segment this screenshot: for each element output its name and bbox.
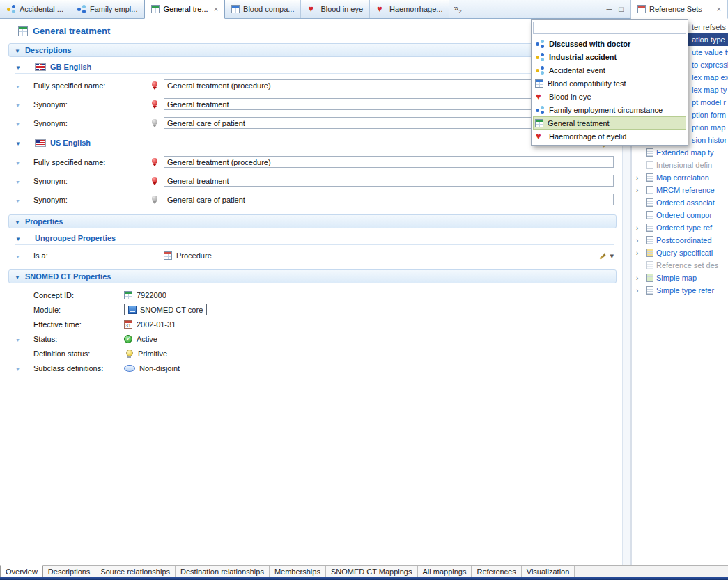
twistie-icon[interactable] <box>15 81 33 90</box>
view-controls: ─ □ <box>607 0 630 18</box>
popup-item[interactable]: Discussed with doctor <box>533 37 686 50</box>
twistie-icon[interactable] <box>15 158 33 166</box>
twistie-icon[interactable] <box>15 177 33 185</box>
refset-item[interactable]: Simple type refer <box>632 284 728 297</box>
close-icon[interactable]: × <box>717 5 721 13</box>
tab-general-treatment[interactable]: General tre... × <box>144 0 225 19</box>
tab-accidental[interactable]: Accidental ... <box>0 0 70 18</box>
minimize-icon[interactable]: ─ <box>607 5 612 13</box>
twistie-icon[interactable] <box>15 251 33 260</box>
tab-family-employment[interactable]: Family empl... <box>70 0 144 18</box>
tab-references[interactable]: References <box>472 566 521 577</box>
refset-item[interactable]: Simple map <box>632 272 728 284</box>
refset-item[interactable]: Postcoordinated <box>632 234 728 246</box>
refset-item[interactable]: Query specificati <box>632 246 728 259</box>
maximize-icon[interactable]: □ <box>619 5 624 13</box>
twistie-icon[interactable] <box>15 196 33 204</box>
tab-visualization[interactable]: Visualization <box>522 566 575 577</box>
popup-item-selected[interactable]: General treatment <box>533 116 686 130</box>
heart-icon <box>376 4 386 14</box>
tab-snomed-ct-mappings[interactable]: SNOMED CT Mappings <box>326 566 418 577</box>
concept-dots-icon <box>535 65 545 75</box>
popup-item[interactable]: Blood compatibility test <box>533 77 686 90</box>
close-icon[interactable]: × <box>214 5 218 13</box>
collapse-icon[interactable] <box>15 217 20 226</box>
tab-overflow-chevron[interactable]: »2 <box>449 3 465 15</box>
description-input[interactable] <box>164 194 614 205</box>
refset-item[interactable]: MRCM reference <box>632 184 728 196</box>
popup-item[interactable]: Family employment circumstance <box>533 103 686 116</box>
expand-chevron-icon[interactable] <box>636 187 644 194</box>
refset-item[interactable]: Extended map ty <box>632 146 728 159</box>
tab-reference-sets[interactable]: Reference Sets × <box>631 0 728 19</box>
subsection-gb-english[interactable]: GB English <box>15 63 614 74</box>
tab-overview[interactable]: Overview <box>0 565 43 577</box>
twistie-icon[interactable] <box>15 335 33 343</box>
refset-item[interactable]: Map correlation <box>632 171 728 184</box>
concept-picker-popup: Discussed with doctor Industrial acciden… <box>531 19 688 146</box>
popup-item[interactable]: Industrial accident <box>533 50 686 63</box>
expand-chevron-icon[interactable] <box>636 287 644 295</box>
collapse-icon[interactable] <box>15 46 20 54</box>
description-type-label: Synonym: <box>33 100 150 109</box>
tab-all-mappings[interactable]: All mappings <box>418 566 472 577</box>
refsets-tab-folder: Reference Sets × <box>630 0 728 19</box>
refset-item[interactable]: Ordered type ref <box>632 221 728 234</box>
collapse-icon[interactable] <box>15 234 31 242</box>
expand-chevron-icon[interactable] <box>636 274 644 282</box>
collapse-icon[interactable] <box>15 139 31 147</box>
concept-table-icon <box>124 291 132 299</box>
subsection-us-english[interactable]: US English <box>15 138 614 150</box>
edit-relationship-control[interactable]: ▾ <box>598 251 614 260</box>
property-row-effective-time: Effective time: 2002-01-31 <box>15 317 614 331</box>
collapse-icon[interactable] <box>15 63 31 71</box>
tab-descriptions[interactable]: Descriptions <box>43 566 96 577</box>
reference-sets-icon <box>637 5 646 13</box>
property-row-subclass-definitions: Subclass definitions: Non-disjoint <box>15 361 614 375</box>
refset-page-icon <box>646 173 653 182</box>
expand-chevron-icon[interactable] <box>636 237 644 244</box>
tab-blood-in-eye[interactable]: Blood in eye <box>301 0 370 18</box>
tab-memberships[interactable]: Memberships <box>270 566 326 577</box>
tab-source-relationships[interactable]: Source relationships <box>95 566 176 577</box>
section-snomed-properties[interactable]: SNOMED CT Properties <box>8 269 617 283</box>
expand-chevron-icon[interactable] <box>636 249 644 257</box>
description-input[interactable] <box>164 156 614 168</box>
concept-table-icon <box>151 5 160 13</box>
tab-label: Blood compa... <box>243 5 294 13</box>
description-input[interactable] <box>164 175 614 187</box>
refset-item[interactable]: Ordered compor <box>632 209 728 221</box>
concept-dots-icon <box>535 105 545 115</box>
subsection-ungrouped-properties[interactable]: Ungrouped Properties <box>15 234 614 245</box>
active-status-icon <box>124 335 132 343</box>
module-value-box[interactable]: SNOMED CT core <box>124 304 207 315</box>
tab-label: Reference Sets <box>649 5 702 13</box>
concept-dots-icon <box>535 52 545 62</box>
popup-item[interactable]: Accidental event <box>533 63 686 77</box>
refset-page-icon <box>646 286 653 295</box>
twistie-icon[interactable] <box>15 119 33 127</box>
edit-pencil-icon[interactable] <box>598 251 607 260</box>
concept-title-text: General treatment <box>33 26 110 36</box>
refset-item[interactable]: Ordered associat <box>632 196 728 209</box>
heart-icon <box>535 92 545 102</box>
section-properties[interactable]: Properties <box>8 214 617 228</box>
twistie-icon[interactable] <box>15 100 33 109</box>
property-value: 2002-01-31 <box>137 320 176 329</box>
twistie-icon[interactable] <box>15 364 33 373</box>
expand-chevron-icon[interactable] <box>636 224 644 232</box>
tab-haemorrhage[interactable]: Haemorrhage... <box>370 0 449 18</box>
popup-item[interactable]: Haemorrhage of eyelid <box>533 130 686 143</box>
property-label: Status: <box>33 335 124 343</box>
popup-item[interactable]: Blood in eye <box>533 90 686 103</box>
property-row-definition-status: Definition status: Primitive <box>15 346 614 361</box>
popup-filter-input[interactable] <box>533 22 686 34</box>
property-label: Concept ID: <box>33 291 124 299</box>
collapse-icon[interactable] <box>15 272 20 281</box>
tab-destination-relationships[interactable]: Destination relationships <box>176 566 270 577</box>
dropdown-arrow-icon[interactable]: ▾ <box>610 251 614 260</box>
section-descriptions[interactable]: Descriptions <box>8 43 617 57</box>
expand-chevron-icon[interactable] <box>636 174 644 182</box>
tab-blood-compatibility[interactable]: Blood compa... <box>225 0 301 18</box>
isa-relationship-row: Is a: Procedure ▾ <box>15 247 614 264</box>
